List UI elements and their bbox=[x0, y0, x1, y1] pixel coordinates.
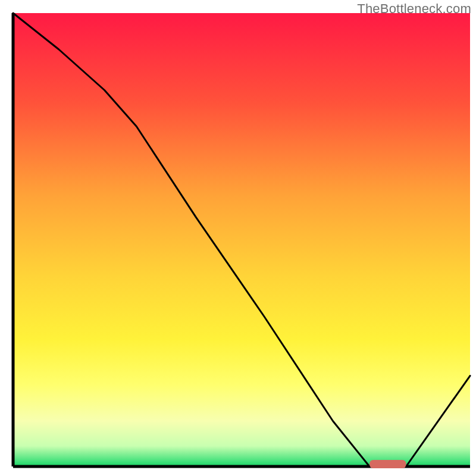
chart-svg bbox=[0, 0, 476, 476]
bottleneck-chart: TheBottleneck.com bbox=[0, 0, 476, 476]
optimal-marker bbox=[369, 460, 406, 468]
plot-background bbox=[13, 13, 470, 466]
watermark-text: TheBottleneck.com bbox=[357, 1, 471, 17]
